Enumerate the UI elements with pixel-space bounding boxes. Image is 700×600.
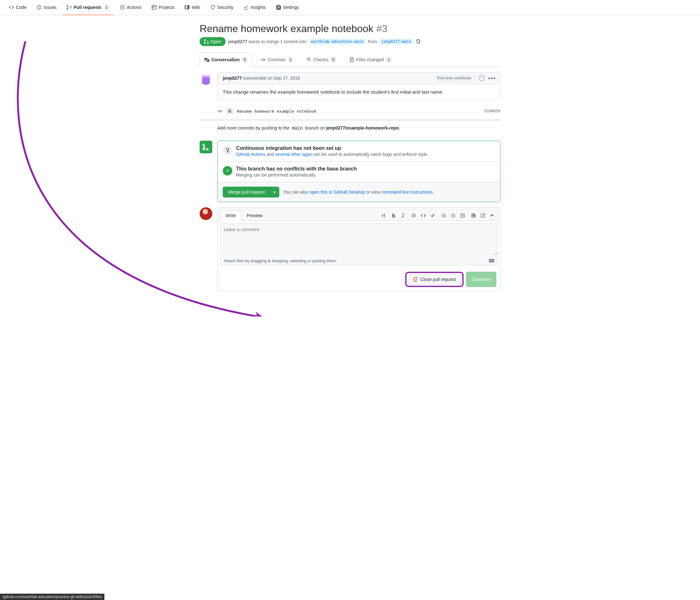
heading-icon[interactable] — [381, 213, 386, 218]
tab-security[interactable]: Security — [206, 0, 238, 15]
markdown-icon[interactable] — [489, 258, 494, 263]
avatar[interactable] — [200, 72, 212, 85]
code-icon — [9, 5, 14, 10]
pr-title: Rename homework example notebook #3 — [200, 23, 500, 34]
issue-icon — [36, 5, 42, 10]
commits-count: 1 — [288, 56, 294, 63]
tab-actions-label: Actions — [127, 5, 142, 10]
pr-tabs: Conversation 0 Commits 1 Checks 0 Files … — [200, 52, 500, 67]
ptab-files-label: Files changed — [356, 57, 384, 62]
pr-meta: Open jenp0277 wants to merge 1 commit in… — [200, 37, 500, 46]
commit-sha[interactable]: 9104659 — [484, 109, 500, 113]
play-icon — [120, 5, 125, 10]
reply-icon[interactable] — [490, 213, 495, 218]
other-apps-link[interactable]: several other apps — [275, 152, 312, 157]
close-pr-button[interactable]: Close pull request — [408, 274, 461, 284]
tab-pr-count: 1 — [103, 4, 110, 10]
list-ordered-icon[interactable] — [451, 213, 456, 218]
checklist-icon — [306, 57, 311, 62]
comment-form: Write Preview — [217, 207, 500, 291]
cross-reference-icon[interactable] — [480, 213, 485, 218]
code-icon[interactable] — [421, 213, 426, 218]
github-actions-link[interactable]: GitHub Actions — [236, 152, 266, 157]
kebab-icon[interactable] — [489, 77, 495, 79]
add-reaction-icon[interactable] — [479, 75, 484, 81]
mention-icon[interactable] — [471, 213, 476, 218]
github-desktop-link[interactable]: open this in GitHub Desktop — [310, 190, 365, 195]
pr-state-badge: Open — [200, 37, 226, 46]
tab-insights[interactable]: Insights — [240, 0, 269, 15]
current-user-avatar[interactable] — [200, 207, 212, 220]
tab-issues-label: Issues — [44, 5, 56, 10]
cli-instructions-link[interactable]: command line instructions — [381, 190, 433, 195]
merge-button-dropdown[interactable]: ▾ — [270, 187, 279, 197]
from-text: from — [368, 39, 377, 44]
ghost-avatar-icon — [226, 107, 233, 115]
pr-description-comment: jenp0277 commented on Sep 17, 2018 First… — [200, 72, 500, 100]
check-icon — [223, 166, 232, 175]
commit-event: Rename homework example notebook 9104659 — [200, 105, 500, 117]
markdown-toolbar — [379, 213, 498, 218]
comment-button[interactable]: Comment — [466, 272, 496, 287]
tab-settings[interactable]: Settings — [272, 0, 303, 15]
merge-button[interactable]: Merge pull request — [223, 187, 270, 197]
list-unordered-icon[interactable] — [441, 213, 446, 218]
tab-projects[interactable]: Projects — [148, 0, 179, 15]
tab-actions[interactable]: Actions — [116, 0, 145, 15]
tab-wiki-label: Wiki — [192, 5, 200, 10]
push-hint-mid: branch on — [305, 125, 326, 130]
ptab-files[interactable]: Files changed 1 — [345, 53, 396, 67]
comment-time[interactable]: on Sep 17, 2018 — [268, 76, 300, 81]
tab-pull-requests[interactable]: Pull requests 1 — [63, 0, 114, 15]
push-hint-prefix: Add more commits by pushing to the — [217, 125, 291, 130]
tab-projects-label: Projects — [159, 5, 175, 10]
ptab-conversation[interactable]: Conversation 0 — [200, 52, 253, 67]
file-diff-icon — [349, 57, 354, 62]
copy-icon[interactable] — [416, 39, 421, 45]
shield-icon — [210, 5, 216, 10]
book-icon — [185, 5, 190, 10]
quote-icon[interactable] — [411, 213, 416, 218]
workflow-icon — [223, 145, 232, 155]
checks-count: 0 — [330, 56, 336, 63]
ptab-checks-label: Checks — [314, 57, 328, 62]
tab-security-label: Security — [217, 5, 233, 10]
comment-textarea[interactable] — [220, 223, 498, 255]
pr-state-text: Open — [210, 39, 221, 44]
tab-code-label: Code — [16, 5, 26, 10]
ptab-conversation-label: Conversation — [211, 57, 240, 62]
close-pr-label: Close pull request — [420, 277, 456, 282]
pull-request-icon — [67, 5, 72, 10]
comment-action: commented — [243, 76, 266, 81]
pr-author[interactable]: jenp0277 — [228, 39, 247, 44]
link-icon[interactable] — [430, 213, 435, 218]
comment-body: This change renames the example homework… — [218, 84, 500, 100]
tab-pr-label: Pull requests — [74, 5, 102, 10]
tab-write[interactable]: Write — [220, 210, 241, 221]
gear-icon — [276, 5, 281, 10]
head-branch[interactable]: jenp0277:main — [379, 39, 413, 44]
tab-code[interactable]: Code — [5, 0, 30, 15]
comment-discussion-icon — [204, 57, 209, 62]
tab-preview[interactable]: Preview — [241, 210, 268, 221]
comment-author[interactable]: jenp0277 — [223, 76, 242, 81]
commit-icon — [261, 57, 266, 62]
commit-icon — [217, 109, 222, 114]
push-hint: Add more commits by pushing to the main … — [200, 120, 500, 136]
italic-icon[interactable] — [400, 213, 405, 218]
tab-wiki[interactable]: Wiki — [181, 0, 204, 15]
ptab-checks[interactable]: Checks 0 — [302, 53, 341, 67]
ptab-commits[interactable]: Commits 1 — [256, 53, 298, 67]
contributor-badge: First-time contributor — [433, 75, 475, 81]
commit-message[interactable]: Rename homework example notebook — [237, 109, 316, 114]
graph-icon — [243, 5, 248, 10]
merge-panel: Continuous integration has not been set … — [217, 141, 500, 202]
pr-merge-text: wants to merge 1 commit into — [248, 39, 306, 44]
project-icon — [152, 5, 157, 10]
base-branch[interactable]: earthlab-education:main — [309, 39, 366, 44]
attach-hint-text[interactable]: Attach files by dragging & dropping, sel… — [224, 258, 337, 263]
tab-issues[interactable]: Issues — [33, 0, 60, 15]
issue-closed-icon — [413, 277, 418, 282]
tasklist-icon[interactable] — [460, 213, 465, 218]
bold-icon[interactable] — [391, 213, 396, 218]
